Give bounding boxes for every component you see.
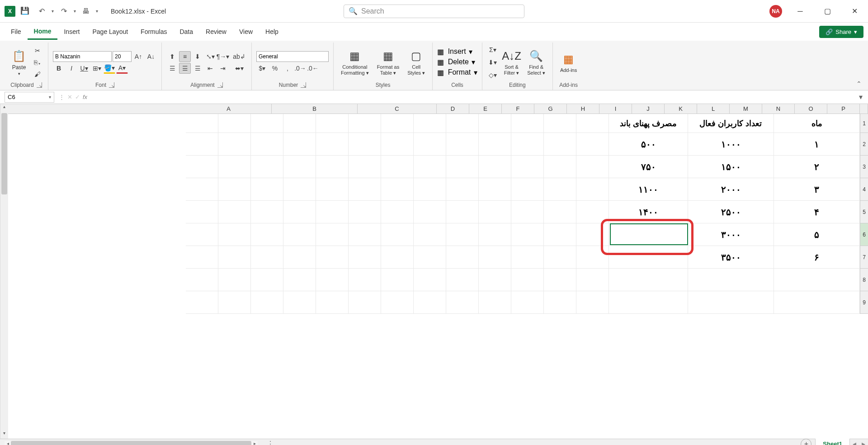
tab-help[interactable]: Help bbox=[259, 24, 285, 39]
cell-O9[interactable] bbox=[218, 291, 251, 314]
cell-M7[interactable] bbox=[283, 246, 316, 269]
cell-C6[interactable] bbox=[609, 223, 688, 246]
search-box[interactable]: 🔍 Search bbox=[344, 5, 524, 18]
cell-L4[interactable] bbox=[316, 178, 349, 201]
column-header-O[interactable]: O bbox=[795, 104, 827, 114]
addins-button[interactable]: ▦ Add-ins bbox=[557, 50, 580, 75]
cell-G3[interactable] bbox=[479, 156, 511, 178]
cell-I8[interactable] bbox=[414, 269, 446, 291]
column-header-P[interactable]: P bbox=[827, 104, 860, 114]
cell-P2[interactable] bbox=[186, 133, 218, 156]
save-button[interactable]: 💾 bbox=[19, 5, 32, 18]
horizontal-scrollbar[interactable]: ◂ ▸ bbox=[5, 441, 258, 445]
increase-font-button[interactable]: A↑ bbox=[132, 51, 144, 62]
cell-H1[interactable] bbox=[446, 114, 479, 133]
cell-P1[interactable] bbox=[186, 114, 218, 133]
cell-N1[interactable] bbox=[251, 114, 283, 133]
column-header-L[interactable]: L bbox=[697, 104, 730, 114]
collapse-ribbon-button[interactable]: ⌃ bbox=[856, 80, 862, 87]
clipboard-launcher[interactable] bbox=[37, 82, 42, 88]
cell-K4[interactable] bbox=[349, 178, 381, 201]
align-left-button[interactable]: ☰ bbox=[166, 63, 178, 74]
cell-L3[interactable] bbox=[316, 156, 349, 178]
add-sheet-button[interactable]: + bbox=[801, 439, 811, 445]
cell-H2[interactable] bbox=[446, 133, 479, 156]
column-header-A[interactable]: A bbox=[186, 104, 272, 114]
cell-C4[interactable]: ۱۱۰۰ bbox=[609, 178, 688, 201]
cell-A7[interactable]: ۶ bbox=[774, 246, 860, 269]
cell-K7[interactable] bbox=[349, 246, 381, 269]
cell-C5[interactable]: ۱۴۰۰ bbox=[609, 201, 688, 223]
cell-L2[interactable] bbox=[316, 133, 349, 156]
cell-G7[interactable] bbox=[479, 246, 511, 269]
undo-dropdown[interactable]: ▾ bbox=[52, 9, 54, 14]
cell-G4[interactable] bbox=[479, 178, 511, 201]
cell-B3[interactable]: ۱۵۰۰ bbox=[688, 156, 774, 178]
column-header-D[interactable]: D bbox=[437, 104, 469, 114]
redo-dropdown[interactable]: ▾ bbox=[74, 9, 76, 14]
cell-F5[interactable] bbox=[511, 201, 544, 223]
cell-O7[interactable] bbox=[218, 246, 251, 269]
cell-N6[interactable] bbox=[251, 223, 283, 246]
sort-filter-button[interactable]: A↓Z Sort &Filter ▾ bbox=[501, 47, 522, 77]
merge-button[interactable]: ⬌▾ bbox=[231, 63, 247, 74]
font-name-select[interactable] bbox=[53, 51, 112, 62]
decrease-font-button[interactable]: A↓ bbox=[145, 51, 157, 62]
cell-K2[interactable] bbox=[349, 133, 381, 156]
format-cells-button[interactable]: ▦ Format ▾ bbox=[437, 68, 477, 77]
cell-A6[interactable]: ۵ bbox=[774, 223, 860, 246]
cell-F2[interactable] bbox=[511, 133, 544, 156]
tab-view[interactable]: View bbox=[233, 24, 259, 39]
name-box-dropdown[interactable]: ▾ bbox=[49, 95, 51, 99]
increase-decimal-button[interactable]: .0→ bbox=[294, 63, 306, 74]
align-top-button[interactable]: ⬆ bbox=[166, 51, 178, 62]
cell-J5[interactable] bbox=[381, 201, 414, 223]
cell-N5[interactable] bbox=[251, 201, 283, 223]
close-button[interactable]: ✕ bbox=[845, 5, 863, 18]
name-box[interactable]: C6 ▾ bbox=[5, 92, 54, 103]
cell-J7[interactable] bbox=[381, 246, 414, 269]
cell-M1[interactable] bbox=[283, 114, 316, 133]
cell-A2[interactable]: ۱ bbox=[774, 133, 860, 156]
cell-E9[interactable] bbox=[544, 291, 576, 314]
cell-I6[interactable] bbox=[414, 223, 446, 246]
cell-H4[interactable] bbox=[446, 178, 479, 201]
cell-K8[interactable] bbox=[349, 269, 381, 291]
cell-M3[interactable] bbox=[283, 156, 316, 178]
number-launcher[interactable] bbox=[301, 82, 306, 88]
delete-cells-button[interactable]: ▦ Delete ▾ bbox=[437, 58, 477, 66]
cell-P5[interactable] bbox=[186, 201, 218, 223]
autosum-button[interactable]: Σ▾ bbox=[487, 44, 499, 55]
cell-M2[interactable] bbox=[283, 133, 316, 156]
column-header-N[interactable]: N bbox=[762, 104, 795, 114]
cell-G1[interactable] bbox=[479, 114, 511, 133]
cell-H3[interactable] bbox=[446, 156, 479, 178]
cell-O8[interactable] bbox=[218, 269, 251, 291]
print-button[interactable]: 🖶 bbox=[80, 5, 92, 18]
cell-G9[interactable] bbox=[479, 291, 511, 314]
tab-file[interactable]: File bbox=[5, 24, 28, 39]
undo-button[interactable]: ↶ bbox=[35, 5, 48, 18]
row-header-6[interactable]: 6 bbox=[860, 223, 868, 246]
cell-N4[interactable] bbox=[251, 178, 283, 201]
comma-button[interactable]: , bbox=[282, 63, 293, 74]
font-size-select[interactable] bbox=[113, 51, 132, 62]
cell-C2[interactable]: ۵۰۰ bbox=[609, 133, 688, 156]
tab-formulas[interactable]: Formulas bbox=[134, 24, 173, 39]
cell-E5[interactable] bbox=[544, 201, 576, 223]
cell-I2[interactable] bbox=[414, 133, 446, 156]
cell-K9[interactable] bbox=[349, 291, 381, 314]
tab-home[interactable]: Home bbox=[28, 24, 58, 40]
cell-D2[interactable] bbox=[576, 133, 609, 156]
tab-page-layout[interactable]: Page Layout bbox=[86, 24, 134, 39]
orientation-button[interactable]: ⤡▾ bbox=[204, 51, 216, 62]
tab-data[interactable]: Data bbox=[173, 24, 199, 39]
cell-B6[interactable]: ۳۰۰۰ bbox=[688, 223, 774, 246]
cell-J4[interactable] bbox=[381, 178, 414, 201]
column-header-C[interactable]: C bbox=[358, 104, 437, 114]
format-painter-button[interactable]: 🖌 bbox=[32, 69, 43, 80]
cell-A8[interactable] bbox=[774, 269, 860, 291]
cell-H6[interactable] bbox=[446, 223, 479, 246]
row-header-8[interactable]: 8 bbox=[860, 269, 868, 291]
column-header-E[interactable]: E bbox=[469, 104, 502, 114]
